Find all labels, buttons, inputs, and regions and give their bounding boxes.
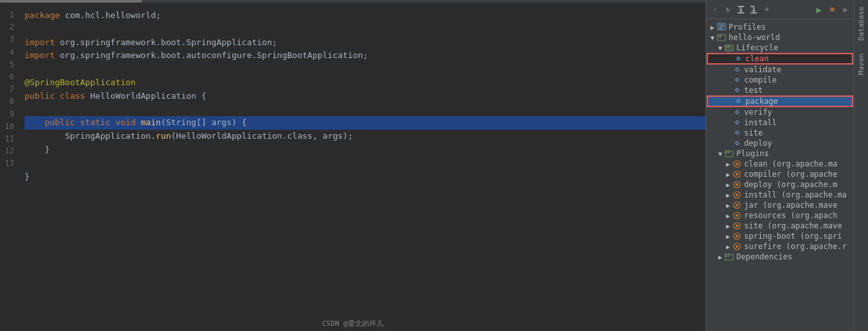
code-line — [25, 157, 705, 170]
profiles-icon — [716, 23, 727, 32]
plugin-icon — [732, 180, 742, 189]
maven-tree: ▶ Profiles ▼ hello-world ▼ Lifecycle ⚙ — [706, 19, 854, 331]
arrow-icon — [724, 119, 732, 126]
tree-item-resources-plugin[interactable]: ▶ resources (org.apach — [706, 210, 854, 221]
deploy-label: deploy — [744, 139, 854, 148]
plugin-icon — [732, 159, 742, 168]
tree-item-clean[interactable]: ⚙ clean — [707, 54, 853, 64]
plugin-icon — [732, 190, 742, 199]
project-icon — [716, 33, 727, 42]
tree-item-clean-plugin[interactable]: ▶ clean (org.apache.ma — [706, 159, 854, 169]
dependencies-label: Dependencies — [736, 252, 854, 261]
download-sources-button[interactable] — [736, 5, 746, 15]
svg-point-36 — [736, 245, 738, 248]
arrow-icon — [724, 77, 732, 84]
compile-label: compile — [744, 75, 854, 85]
package-label: package — [745, 97, 853, 106]
tree-item-surefire-plugin[interactable]: ▶ surefire (org.apache.r — [706, 241, 854, 252]
code-lines: package com.hcl.helloworld; import org.s… — [19, 9, 705, 325]
svg-point-30 — [736, 214, 738, 217]
code-line — [25, 63, 705, 76]
arrow-icon: ▶ — [724, 243, 732, 250]
arrow-icon: ▶ — [724, 223, 732, 230]
tree-item-deploy[interactable]: ⚙ deploy — [706, 138, 854, 148]
jar-plugin-label: jar (org.apache.mave — [744, 201, 854, 210]
plugin-icon — [732, 201, 742, 210]
svg-marker-6 — [752, 10, 756, 12]
arrow-icon — [725, 98, 733, 105]
tree-item-validate[interactable]: ⚙ validate — [706, 65, 854, 75]
tree-item-dependencies[interactable]: ▶ Dependencies — [706, 252, 854, 262]
svg-rect-12 — [718, 35, 725, 41]
gear-icon: ⚙ — [732, 128, 742, 137]
code-line — [25, 23, 705, 36]
code-content: 1 2 3 4 5 6 7 8 9 10 11 12 13 package co… — [0, 3, 705, 331]
arrow-icon: ▼ — [716, 45, 724, 52]
gear-icon: ⚙ — [733, 97, 743, 106]
plugin-icon — [732, 221, 742, 230]
tree-item-test[interactable]: ⚙ test — [706, 85, 854, 95]
tree-item-install-plugin[interactable]: ▶ install (org.apache.ma — [706, 190, 854, 200]
tree-item-profiles[interactable]: ▶ Profiles — [706, 22, 854, 32]
arrow-icon: ▶ — [724, 192, 732, 199]
plugins-icon — [724, 149, 734, 158]
arrow-icon: ▼ — [709, 34, 716, 41]
tree-item-site-plugin[interactable]: ▶ site (org.apache.mave — [706, 221, 854, 231]
arrow-icon — [724, 109, 732, 116]
plugins-label: Plugins — [736, 149, 854, 158]
svg-point-28 — [736, 204, 738, 206]
tree-item-site[interactable]: ⚙ site — [706, 128, 854, 138]
dependencies-icon — [724, 252, 734, 261]
arrow-icon — [724, 66, 732, 74]
tree-item-install[interactable]: ⚙ install — [706, 117, 854, 128]
arrow-icon: ▶ — [724, 171, 732, 178]
m-button[interactable]: m — [827, 5, 837, 15]
profiles-label: Profiles — [729, 23, 854, 32]
code-line: import org.springframework.boot.SpringAp… — [25, 36, 705, 50]
run-button[interactable]: ▶ — [814, 5, 824, 15]
tree-item-jar-plugin[interactable]: ▶ jar (org.apache.mave — [706, 200, 854, 210]
arrow-icon: ▶ — [709, 24, 716, 31]
plugin-icon — [732, 211, 742, 220]
database-tab[interactable]: Database — [855, 0, 867, 47]
lifecycle-icon — [724, 43, 734, 52]
svg-point-34 — [736, 235, 738, 237]
tree-item-plugins[interactable]: ▼ Plugins — [706, 148, 854, 159]
gear-icon: ⚙ — [732, 108, 742, 117]
code-line: } — [25, 143, 705, 157]
add-button[interactable]: + — [762, 5, 772, 15]
svg-marker-2 — [739, 10, 743, 12]
site-plugin-label: site (org.apache.mave — [744, 221, 854, 230]
svg-rect-0 — [738, 6, 744, 7]
plugin-icon — [732, 170, 742, 179]
tree-item-deploy-plugin[interactable]: ▶ deploy (org.apache.m — [706, 179, 854, 190]
arrow-icon: ▶ — [716, 254, 724, 261]
code-line: public class HelloWorldApplication { — [25, 90, 705, 103]
tree-item-spring-boot-plugin[interactable]: ▶ spring-boot (org.spri — [706, 231, 854, 241]
tree-item-compile[interactable]: ⚙ compile — [706, 75, 854, 85]
checkmark-button[interactable]: ✓ — [710, 5, 720, 15]
download-docs-button[interactable] — [749, 5, 759, 15]
refresh-button[interactable]: ↻ — [723, 5, 733, 15]
maven-tab[interactable]: Maven — [855, 47, 867, 81]
gear-icon: ⚙ — [733, 54, 743, 63]
arrow-icon: ▶ — [724, 233, 732, 240]
install-label: install — [744, 118, 854, 127]
site-label: site — [744, 128, 854, 137]
tree-item-hello-world[interactable]: ▼ hello-world — [706, 32, 854, 43]
code-line: } — [25, 170, 705, 184]
tree-item-lifecycle[interactable]: ▼ Lifecycle — [706, 43, 854, 53]
more-button[interactable]: » — [840, 5, 850, 15]
arrow-icon — [724, 140, 732, 147]
code-line-highlighted: public static void main(String[] args) { — [25, 116, 705, 130]
tree-item-verify[interactable]: ⚙ verify — [706, 107, 854, 117]
svg-point-32 — [736, 225, 738, 227]
tree-item-package[interactable]: ⚙ package — [707, 96, 853, 106]
arrow-icon: ▶ — [724, 212, 732, 219]
svg-rect-3 — [738, 12, 744, 14]
code-line: package com.hcl.helloworld; — [25, 9, 705, 23]
verify-label: verify — [744, 108, 854, 117]
tree-item-compiler-plugin[interactable]: ▶ compiler (org.apache — [706, 169, 854, 179]
arrow-icon — [724, 130, 732, 137]
compiler-plugin-label: compiler (org.apache — [744, 170, 854, 179]
